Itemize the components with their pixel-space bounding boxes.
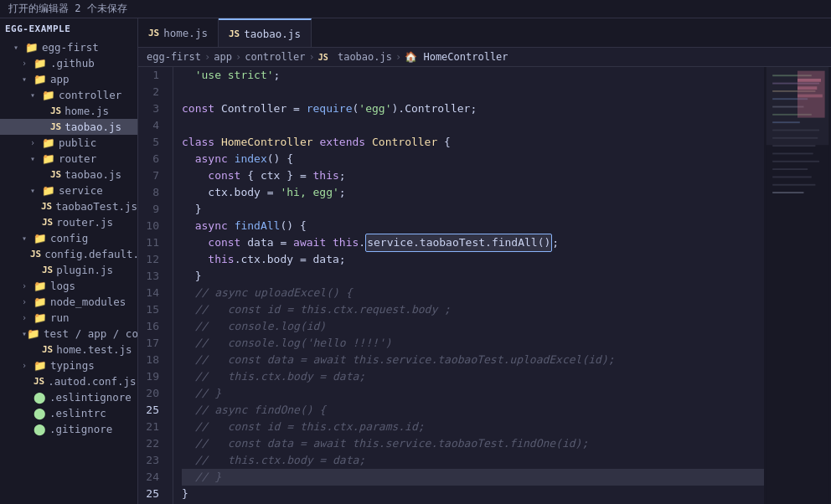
- sidebar-item-config[interactable]: 📁 config: [0, 230, 137, 246]
- sidebar-item-public[interactable]: 📁 public: [0, 135, 137, 151]
- breadcrumb-sep: ›: [204, 51, 210, 63]
- sidebar-item-autod-conf-js[interactable]: JS .autod.conf.js: [0, 373, 137, 389]
- sidebar-item-eslintrc[interactable]: ⬤ .eslintrc: [0, 405, 137, 421]
- sidebar-item-router-js[interactable]: JS router.js: [0, 214, 137, 230]
- sidebar-item-gitignore[interactable]: ⬤ .gitignore: [0, 421, 137, 437]
- folder-icon: 📁: [42, 184, 55, 197]
- arrow-icon: [30, 90, 42, 100]
- sidebar-label: node_modules: [50, 296, 126, 308]
- sidebar-item-typings[interactable]: 📁 typings: [0, 357, 137, 373]
- code-line: // console.log('hello !!!!'): [182, 335, 764, 352]
- sidebar-item-home-js[interactable]: JS home.js: [0, 103, 137, 119]
- line-number: 3: [138, 100, 166, 117]
- js-icon: JS: [50, 121, 61, 132]
- code-editor: 1 2 3 4 5 6 7 8 9 10 11 12 13 14 15 16 1…: [138, 67, 831, 504]
- line-number: 22: [138, 435, 166, 452]
- class-token: HomeController: [221, 134, 313, 151]
- sidebar-item-eslintignore[interactable]: ⬤ .eslintignore: [0, 389, 137, 405]
- folder-icon: 📁: [27, 327, 40, 340]
- js-icon: JS: [42, 217, 53, 228]
- sidebar-item-taobao-js[interactable]: JS taobao.js: [0, 119, 137, 135]
- sidebar-item-service[interactable]: 📁 service: [0, 183, 137, 198]
- line-number: 16: [138, 318, 166, 335]
- line-number: 8: [138, 184, 166, 201]
- line-number: 24: [138, 469, 166, 486]
- code-line: // }: [182, 385, 764, 402]
- line-number: 9: [138, 201, 166, 218]
- sidebar-item-router-taobao-js[interactable]: JS taobao.js: [0, 167, 137, 183]
- sidebar-item-controller[interactable]: 📁 controller: [0, 87, 137, 103]
- code-line: }: [182, 268, 764, 285]
- sidebar-item-logs[interactable]: 📁 logs: [0, 278, 137, 294]
- main-layout: EGG-EXAMPLE 📁 egg-first 📁 .github 📁 app …: [0, 18, 831, 504]
- sidebar-label: service: [59, 184, 103, 197]
- line-number: 19: [138, 368, 166, 385]
- minimap: [764, 67, 831, 504]
- svg-rect-21: [797, 95, 823, 98]
- sidebar-item-taobaoTest-js[interactable]: JS taobaoTest.js: [0, 198, 137, 214]
- tab-home-js[interactable]: JS home.js: [138, 18, 219, 47]
- svg-rect-16: [772, 192, 803, 193]
- line-numbers: 1 2 3 4 5 6 7 8 9 10 11 12 13 14 15 16 1…: [138, 67, 173, 504]
- code-line: // this.ctx.body = data;: [182, 452, 764, 469]
- code-line-current: // }: [182, 469, 764, 486]
- folder-icon: 📁: [42, 89, 55, 101]
- code-content[interactable]: 'use strict'; const Controller = require…: [173, 67, 764, 504]
- sidebar-item-node-modules[interactable]: 📁 node_modules: [0, 294, 137, 310]
- sidebar-label: app: [50, 73, 70, 85]
- tab-label: taobao.js: [244, 28, 301, 40]
- sidebar-label: router.js: [56, 216, 113, 229]
- breadcrumb: egg-first › app › controller › JS taobao…: [138, 48, 831, 67]
- sidebar-item-test-app-controller[interactable]: 📁 test / app / controller: [0, 326, 137, 342]
- arrow-icon: [22, 281, 34, 291]
- arrow-icon: [30, 138, 42, 147]
- line-number: 5: [138, 134, 166, 151]
- sidebar-label: egg-first: [42, 41, 99, 54]
- sidebar-item-config-default-js[interactable]: JS config.default.js: [0, 246, 137, 262]
- breadcrumb-part: egg-first: [147, 51, 201, 63]
- svg-rect-19: [797, 79, 821, 82]
- sidebar-item-egg-first[interactable]: 📁 egg-first: [0, 39, 137, 55]
- code-line: const Controller = require ( 'egg' ). Co…: [182, 100, 764, 117]
- sidebar-item-app[interactable]: 📁 app: [0, 71, 137, 87]
- sidebar-label: .autod.conf.js: [48, 375, 136, 388]
- arrow-icon: [13, 43, 25, 52]
- sidebar-label: taobao.js: [65, 121, 121, 133]
- line-number: 17: [138, 335, 166, 352]
- tab-bar: JS home.js JS taobao.js: [138, 18, 831, 48]
- sidebar-label: config.default.js: [44, 248, 138, 260]
- code-line: // async uploadExcel() {: [182, 285, 764, 301]
- sidebar-label: config: [50, 232, 88, 244]
- keyword-token: class: [182, 134, 214, 151]
- code-line: class HomeController extends Controller …: [182, 134, 764, 151]
- sidebar-item-run[interactable]: 📁 run: [0, 310, 137, 326]
- sidebar-item-github[interactable]: 📁 .github: [0, 55, 137, 71]
- folder-icon: 📁: [34, 57, 47, 69]
- line-number: 18: [138, 352, 166, 368]
- arrow-icon: [30, 186, 42, 195]
- sidebar-label: run: [50, 311, 70, 324]
- sidebar-item-home-test-js[interactable]: JS home.test.js: [0, 342, 137, 357]
- line-number: 12: [138, 251, 166, 268]
- code-line: // const data = await this.service.taoba…: [182, 435, 764, 452]
- js-icon: JS: [42, 344, 53, 355]
- folder-icon: 📁: [34, 73, 47, 85]
- svg-rect-20: [797, 86, 817, 90]
- sidebar-label: test / app / controller: [44, 327, 138, 340]
- tab-taobao-js[interactable]: JS taobao.js: [219, 18, 312, 47]
- breadcrumb-part: JS taobao.js: [318, 51, 392, 63]
- sidebar-item-plugin-js[interactable]: JS plugin.js: [0, 262, 137, 278]
- arrow-icon: [30, 154, 42, 163]
- arrow-icon: [22, 361, 34, 370]
- breadcrumb-sep: ›: [235, 51, 241, 63]
- sidebar-label: .gitignore: [49, 423, 112, 435]
- title-bar: 打开的编辑器 2 个未保存: [0, 0, 831, 18]
- sidebar-label: taobaoTest.js: [55, 200, 137, 213]
- sidebar-item-router[interactable]: 📁 router: [0, 151, 137, 167]
- minimap-svg: [764, 67, 831, 504]
- string-token: 'egg': [359, 100, 391, 117]
- breadcrumb-part: app: [214, 51, 232, 63]
- line-number: 14: [138, 285, 166, 301]
- sidebar-label: public: [59, 136, 96, 149]
- class-token: Controller: [372, 134, 437, 151]
